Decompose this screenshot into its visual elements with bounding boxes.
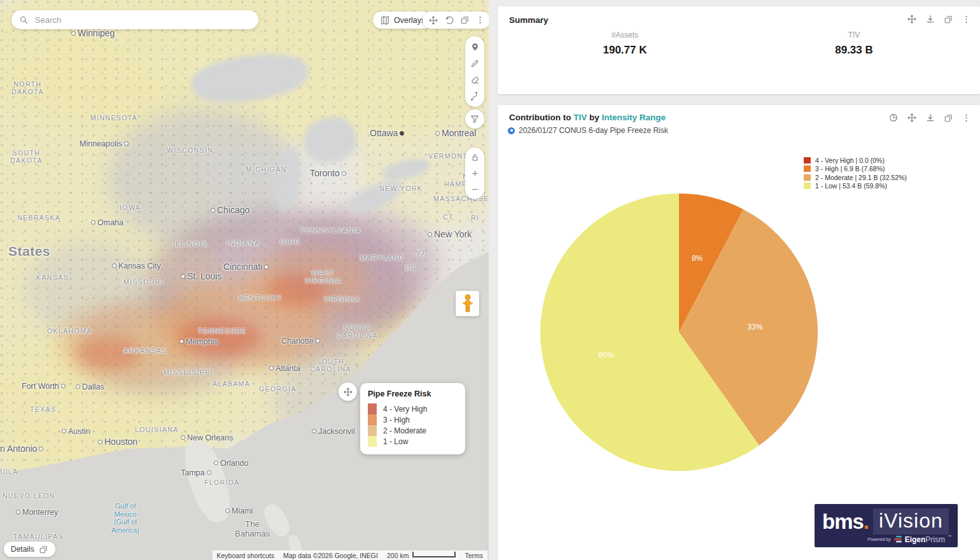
- logo-eigen: Eigen: [905, 535, 926, 544]
- map-search-bar: [11, 10, 258, 29]
- map-risk-legend: Pipe Freeze Risk 4 - Very High3 - High2 …: [360, 383, 465, 454]
- search-input[interactable]: [34, 15, 251, 25]
- map-label: Gulf of Mexico (Gulf of America): [106, 502, 144, 535]
- map-label: States: [8, 244, 50, 259]
- map-label: WISCONSIN: [167, 146, 213, 154]
- keyboard-shortcuts-link[interactable]: Keyboard shortcuts: [213, 550, 279, 560]
- map-actions-toolbar: [423, 11, 489, 29]
- overlays-map-icon: [380, 15, 390, 25]
- search-icon: [19, 15, 29, 25]
- map-label: SOUTH DAKOTA: [10, 149, 43, 164]
- map-label: Cincinnati: [223, 262, 269, 272]
- map-label: NEBRASKA: [17, 214, 60, 221]
- app-window: { "map": { "search": {"placeholder": "Se…: [0, 0, 980, 560]
- pegman-icon: [461, 294, 474, 313]
- map-label: Memphis: [179, 337, 218, 346]
- metric-tiv-value: 89.33 B: [765, 44, 943, 57]
- details-button[interactable]: Details: [4, 542, 55, 557]
- details-label: Details: [11, 545, 34, 554]
- logo-tm: ™: [948, 535, 951, 538]
- move-icon[interactable]: [907, 113, 917, 123]
- map-label: FLORIDA: [204, 479, 239, 486]
- map-label: Jacksonvil: [312, 427, 355, 436]
- map-label: DE: [405, 264, 416, 272]
- move-icon[interactable]: [907, 14, 917, 24]
- map-label: GEORGIA: [259, 385, 297, 393]
- summary-title: Summary: [509, 15, 549, 25]
- map-scale: 200 km: [382, 550, 460, 560]
- map-label: Atlanta: [269, 364, 300, 373]
- map-label: MARYLAND: [360, 254, 404, 262]
- street-view-pegman[interactable]: [456, 291, 479, 316]
- chart-legend-item[interactable]: 1 - Low | 53.4 B (59.8%): [804, 182, 907, 191]
- chart-legend-item[interactable]: 2 - Moderate | 29.1 B (32.52%): [804, 173, 907, 182]
- download-icon[interactable]: [925, 113, 935, 123]
- popout-icon[interactable]: [460, 15, 470, 25]
- lock-icon[interactable]: [470, 153, 480, 162]
- map-label: NUEVO LEON: [3, 492, 55, 500]
- map-label: KENTUCKY: [239, 294, 282, 302]
- minus-icon[interactable]: [470, 185, 480, 194]
- map-label: TAMAULIPAS: [13, 533, 64, 540]
- map-label: New Orleans: [181, 433, 233, 442]
- logo-dot: .: [864, 510, 869, 534]
- map-label: The Bahamas: [235, 520, 270, 539]
- map-label: ALABAMA: [213, 380, 250, 388]
- eigenprism-icon: [893, 536, 902, 543]
- chart-legend-item[interactable]: 3 - High | 6.9 B (7.68%): [804, 165, 907, 174]
- popout-icon[interactable]: [944, 113, 953, 123]
- summary-panel: Summary #Assets 190.77 K TIV 89.33 B: [498, 6, 980, 94]
- pencil-icon[interactable]: [470, 59, 480, 68]
- map-label: INDIANA: [227, 239, 260, 247]
- chart-dimension-link[interactable]: Intensity Range: [602, 113, 666, 122]
- metric-tiv-label: TIV: [765, 31, 943, 39]
- chart-legend-item[interactable]: 4 - Very High | 0.0 (0%): [804, 156, 907, 165]
- freehand-icon[interactable]: [470, 92, 480, 101]
- map-label: Charlotte: [281, 337, 320, 346]
- chart-actions: [888, 113, 971, 123]
- pie-chart[interactable]: 8%33%60%: [498, 105, 980, 560]
- map-label: UILA: [0, 468, 18, 475]
- overlays-label: Overlays: [394, 16, 425, 25]
- map-label: Chicago: [211, 205, 249, 215]
- legend-drag-handle[interactable]: [339, 382, 357, 401]
- map-label: New York: [428, 229, 472, 239]
- pie-slice-label: 60%: [599, 351, 614, 360]
- kebab-icon[interactable]: [962, 113, 971, 123]
- pie-slice-label: 8%: [692, 254, 703, 263]
- chart-metric-link[interactable]: TIV: [573, 113, 587, 122]
- map-label: MISSOURI: [123, 278, 164, 286]
- terms-link[interactable]: Terms: [460, 550, 487, 560]
- metric-assets-value: 190.77 K: [536, 44, 714, 57]
- map-label: ILLINOIS: [173, 240, 207, 248]
- legend-swatch: [368, 414, 377, 425]
- legend-swatch: [804, 183, 811, 189]
- move-icon[interactable]: [428, 15, 438, 25]
- contribution-chart-panel: 8%33%60% Contribution to TIV by Intensit…: [498, 105, 980, 560]
- kebab-icon[interactable]: [962, 14, 971, 24]
- eraser-icon[interactable]: [470, 75, 480, 85]
- map-label: LOUISIANA: [135, 426, 179, 433]
- map-label: MICHIGAN: [246, 165, 287, 173]
- map-label: CT: [443, 213, 454, 221]
- pie-icon[interactable]: [888, 113, 899, 123]
- map-label: Kansas City: [112, 262, 161, 270]
- map-label: NORTH DAKOTA: [11, 80, 44, 95]
- map-label: Austin: [62, 427, 90, 436]
- map-filter-button[interactable]: [465, 109, 484, 129]
- pin-icon[interactable]: [470, 42, 480, 52]
- scale-bar: [412, 552, 456, 557]
- map-canvas[interactable]: NORTH DAKOTASOUTH DAKOTAMINNESOTAWISCONS…: [0, 0, 489, 560]
- map-label: Minneapolis: [80, 139, 129, 148]
- map-legend-item: 4 - Very High: [368, 403, 458, 414]
- map-label: NJ: [415, 249, 425, 256]
- plus-icon[interactable]: [470, 169, 480, 178]
- scale-label: 200 km: [387, 552, 409, 559]
- download-icon[interactable]: [925, 14, 935, 24]
- map-label: ARKANSAS: [123, 347, 167, 354]
- popout-icon[interactable]: [944, 14, 953, 24]
- kebab-icon[interactable]: [475, 15, 485, 25]
- map-legend-item: 1 - Low: [368, 436, 458, 447]
- map-label: PENNSYLVANIA: [300, 227, 361, 234]
- undo-icon[interactable]: [444, 15, 454, 25]
